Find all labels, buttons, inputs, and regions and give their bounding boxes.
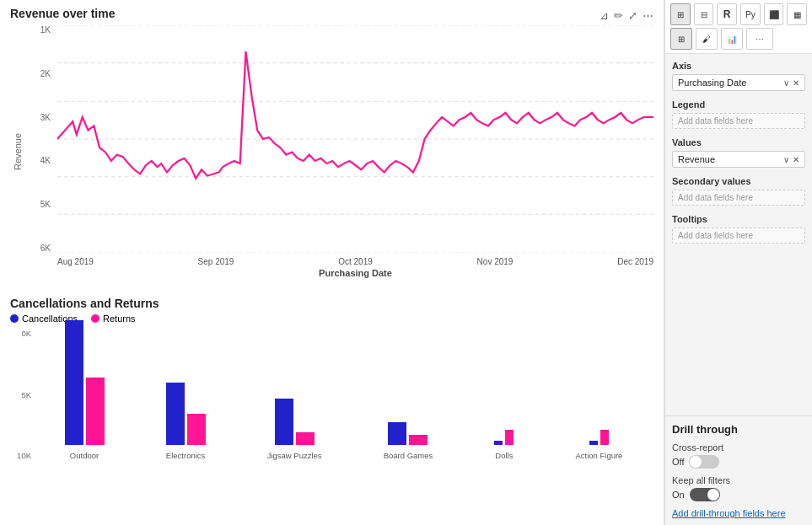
dolls-returns-bar xyxy=(505,430,514,445)
x-axis-title: Purchasing Date xyxy=(57,268,653,278)
more-icon[interactable]: ⋯ xyxy=(643,9,653,22)
jigsaw-cancellations-bar xyxy=(275,399,293,445)
bar-chart-inner: Outdoor Electronics Jigsaw P xyxy=(34,329,653,460)
right-toolbar: ⊞ ⊟ R Py ⬛ ▦ ⊞ 🖌 📊 ⋯ xyxy=(665,0,812,54)
values-label: Values xyxy=(672,137,805,147)
values-group: Values Revenue ∨ ✕ xyxy=(672,137,805,168)
electronics-label: Electronics xyxy=(166,451,205,460)
cross-report-state-label: Off xyxy=(672,457,684,467)
legend-group: Legend Add data fields here xyxy=(672,99,805,129)
bar-group-actionfigure: Action Figure xyxy=(575,430,622,460)
bar-y-axis: 10K 5K 0K xyxy=(10,329,34,460)
left-panel: Revenue over time ⊿ ✏ ⤢ ⋯ Revenue 6K 5K … xyxy=(0,0,664,525)
highlight-icon[interactable]: ✏ xyxy=(614,9,623,22)
values-chip[interactable]: Revenue ∨ ✕ xyxy=(672,151,805,168)
boardgames-cancellations-bar xyxy=(388,422,406,445)
chart1-inner: 6K 5K 4K 3K 2K 1K xyxy=(27,25,653,278)
jigsaw-returns-bar xyxy=(296,432,315,445)
values-expand-icon[interactable]: ∨ xyxy=(783,155,789,164)
chart2-title: Cancellations and Returns xyxy=(10,297,653,310)
legend-label: Legend xyxy=(672,99,805,110)
secondary-label: Secondary values xyxy=(672,176,805,186)
drill-title: Drill through xyxy=(672,423,805,436)
tooltips-label: Tooltips xyxy=(672,214,805,224)
keep-filters-label: Keep all filters xyxy=(672,475,805,485)
bar-group-jigsaw: Jigsaw Puzzles xyxy=(267,399,322,460)
fields-section: Axis Purchasing Date ∨ ✕ Legend Add data… xyxy=(665,54,812,415)
boardgames-label: Board Games xyxy=(384,451,433,460)
cross-report-toggle[interactable] xyxy=(689,455,719,469)
bar-group-electronics: Electronics xyxy=(166,383,206,460)
cancellations-chart: Cancellations and Returns Cancellations … xyxy=(10,297,653,518)
chart-icon-btn[interactable]: ⊟ xyxy=(694,3,714,25)
cross-report-toggle-thumb xyxy=(690,456,702,468)
outdoor-cancellations-bar xyxy=(65,320,83,445)
values-remove-icon[interactable]: ✕ xyxy=(793,155,799,164)
tooltips-group: Tooltips Add data fields here xyxy=(672,214,805,244)
chart2-legend: Cancellations Returns xyxy=(10,313,653,324)
actionfigure-cancellations-bar xyxy=(589,441,598,445)
expand-icon[interactable]: ⤢ xyxy=(628,9,637,22)
returns-label: Returns xyxy=(103,313,136,324)
bar-chart: 10K 5K 0K Outdoor xyxy=(10,329,653,480)
r-icon-btn[interactable]: R xyxy=(717,3,737,25)
table-icon-btn[interactable]: ⊞ xyxy=(670,3,691,25)
chart1-area: Revenue 6K 5K 4K 3K 2K 1K xyxy=(10,25,653,278)
axis-expand-icon[interactable]: ∨ xyxy=(783,78,789,88)
keep-filters-toggle-thumb xyxy=(707,489,719,501)
py-icon-btn[interactable]: Py xyxy=(740,3,761,25)
outdoor-returns-bar xyxy=(86,378,105,445)
cross-report-label: Cross-report xyxy=(672,442,805,453)
keep-filters-state-label: On xyxy=(672,490,685,500)
bar-group-boardgames: Board Games xyxy=(384,422,433,460)
jigsaw-label: Jigsaw Puzzles xyxy=(267,451,322,460)
secondary-group: Secondary values Add data fields here xyxy=(672,176,805,206)
actionfigure-label: Action Figure xyxy=(575,451,622,460)
y-ticks: 6K 5K 4K 3K 2K 1K xyxy=(27,25,54,253)
axis-chip[interactable]: Purchasing Date ∨ ✕ xyxy=(672,74,805,91)
axis-group: Axis Purchasing Date ∨ ✕ xyxy=(672,61,805,91)
chart1-title: Revenue over time xyxy=(10,7,116,20)
keep-filters-row: Keep all filters On xyxy=(672,475,805,501)
table2-icon-btn[interactable]: ⊞ xyxy=(670,28,692,50)
bar-group-dolls: Dolls xyxy=(494,430,514,460)
actionfigure-returns-bar xyxy=(600,430,609,445)
tooltips-placeholder[interactable]: Add data fields here xyxy=(672,228,805,244)
x-axis-labels: Aug 2019 Sep 2019 Oct 2019 Nov 2019 Dec … xyxy=(57,257,653,266)
values-chip-text: Revenue xyxy=(678,154,715,164)
axis-label: Axis xyxy=(672,61,805,71)
more2-icon-btn[interactable]: ⋯ xyxy=(746,28,773,50)
chart1-toolbar: ⊿ ✏ ⤢ ⋯ xyxy=(600,9,653,22)
axis-chip-text: Purchasing Date xyxy=(678,78,746,88)
line-chart-svg xyxy=(57,25,653,253)
dolls-label: Dolls xyxy=(495,451,513,460)
dolls-cancellations-bar xyxy=(494,441,503,445)
legend-placeholder[interactable]: Add data fields here xyxy=(672,113,805,129)
axis-remove-icon[interactable]: ✕ xyxy=(793,78,799,88)
brush-icon-btn[interactable]: 🖌 xyxy=(696,28,718,50)
outdoor-label: Outdoor xyxy=(70,451,99,460)
keep-filters-toggle[interactable] xyxy=(690,488,720,501)
secondary-placeholder[interactable]: Add data fields here xyxy=(672,190,805,206)
right-panel: ⊞ ⊟ R Py ⬛ ▦ ⊞ 🖌 📊 ⋯ Axis Purchasing Dat… xyxy=(664,0,812,525)
bar-group-outdoor: Outdoor xyxy=(65,320,105,460)
drill-through-section: Drill through Cross-report Off Keep all … xyxy=(665,415,812,525)
revenue-chart: Revenue over time ⊿ ✏ ⤢ ⋯ Revenue 6K 5K … xyxy=(10,7,653,293)
y-axis-label: Revenue xyxy=(10,25,25,278)
boardgames-returns-bar xyxy=(409,435,428,445)
cross-report-row: Cross-report Off xyxy=(672,442,805,469)
cancellations-dot xyxy=(10,314,19,323)
black-icon-btn[interactable]: ⬛ xyxy=(764,3,784,25)
drill-through-link[interactable]: Add drill-through fields here xyxy=(672,508,805,518)
grid-icon-btn[interactable]: ▦ xyxy=(787,3,807,25)
electronics-cancellations-bar xyxy=(166,383,185,445)
electronics-returns-bar xyxy=(187,414,206,445)
filter-icon[interactable]: ⊿ xyxy=(600,9,609,22)
analytics-icon-btn[interactable]: 📊 xyxy=(721,28,743,50)
